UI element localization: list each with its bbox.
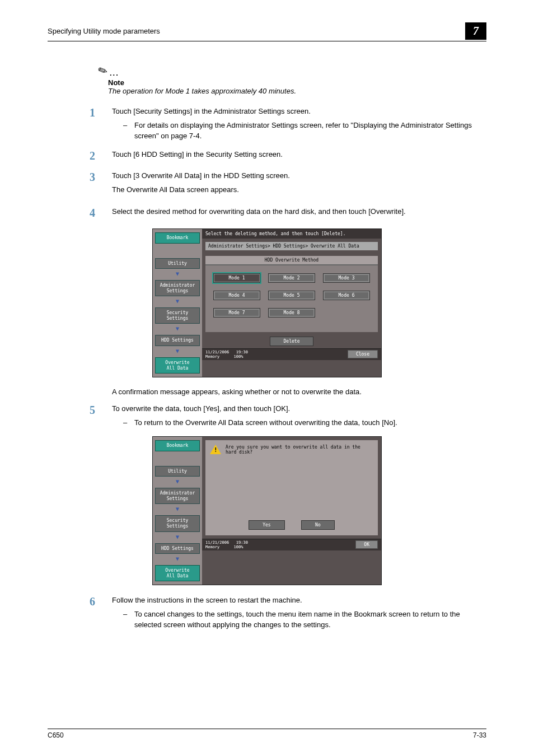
arrow-down-icon: ▼ (155, 479, 200, 484)
step-text: Touch [Security Settings] in the Adminis… (112, 106, 486, 117)
pencil-icon: ✎ (96, 63, 110, 79)
note-label: Note (108, 78, 486, 87)
screen-instruction: Select the deleting method, and then tou… (202, 229, 381, 239)
step-1: 1 Touch [Security Settings] in the Admin… (48, 106, 486, 142)
confirmation-text: A confirmation message appears, asking w… (112, 388, 486, 396)
step-text: Follow the instructions in the screen to… (112, 595, 486, 606)
step-text: Touch [6 HDD Setting] in the Security Se… (112, 150, 486, 160)
step-subtext: To cancel changes to the settings, touch… (134, 609, 486, 631)
arrow-down-icon: ▼ (155, 326, 200, 332)
screen-sidebar: Bookmark Utility ▼ Administrator Setting… (153, 229, 202, 377)
sidebar-utility-button[interactable]: Utility (155, 258, 200, 269)
step-number: 3 (90, 171, 112, 199)
page-footer: C650 7-33 (48, 729, 486, 739)
step-text: Select the desired method for overwritin… (112, 207, 486, 217)
step-2: 2 Touch [6 HDD Setting] in the Security … (48, 150, 486, 164)
step-6: 6 Follow the instructions in the screen … (48, 595, 486, 631)
mode-5-button[interactable]: Mode 5 (268, 291, 315, 300)
header-title: Specifying Utility mode parameters (48, 27, 160, 35)
step-number: 5 (90, 404, 112, 428)
screen-sidebar: Bookmark Utility ▼ Administrator Setting… (153, 437, 202, 585)
step-4: 4 Select the desired method for overwrit… (48, 207, 486, 221)
status-info: 11/21/2006 19:30 Memory 100% (205, 350, 248, 359)
panel-title: HDD Overwrite Method (205, 256, 378, 265)
sidebar-admin-button[interactable]: Administrator Settings (155, 488, 200, 504)
delete-button[interactable]: Delete (270, 337, 314, 346)
step-text: Touch [3 Overwrite All Data] in the HDD … (112, 171, 486, 181)
step-number: 4 (90, 207, 112, 221)
step-5: 5 To overwrite the data, touch [Yes], an… (48, 404, 486, 428)
breadcrumb: Administrator Settings> HDD Settings> Ov… (205, 242, 378, 250)
screenshot-confirm-overwrite: Bookmark Utility ▼ Administrator Setting… (152, 436, 382, 585)
chapter-badge: 7 (465, 22, 486, 40)
arrow-down-icon: ▼ (155, 348, 200, 354)
arrow-down-icon: ▼ (155, 556, 200, 562)
note-block: ✎... Note The operation for Mode 1 takes… (98, 64, 486, 95)
screenshot-overwrite-method: Bookmark Utility ▼ Administrator Setting… (152, 228, 382, 377)
arrow-down-icon: ▼ (155, 271, 200, 277)
ok-button[interactable]: OK (355, 540, 378, 549)
status-info: 11/21/2006 19:30 Memory 100% (205, 540, 248, 549)
dash-icon: – (123, 418, 134, 428)
note-text: The operation for Mode 1 takes approxima… (108, 87, 296, 95)
step-subtext: To return to the Overwrite All Data scre… (134, 418, 486, 428)
warning-icon (210, 445, 221, 454)
sidebar-utility-button[interactable]: Utility (155, 466, 200, 477)
sidebar-overwrite-button[interactable]: Overwrite All Data (155, 357, 200, 374)
sidebar-hdd-button[interactable]: HDD Settings (155, 543, 200, 554)
sidebar-bookmark-button[interactable]: Bookmark (155, 232, 200, 244)
mode-1-button[interactable]: Mode 1 (213, 273, 260, 283)
sidebar-overwrite-button[interactable]: Overwrite All Data (155, 565, 200, 581)
sidebar-security-button[interactable]: Security Settings (155, 515, 200, 531)
step-number: 6 (90, 595, 112, 631)
step-number: 2 (90, 150, 112, 164)
mode-7-button[interactable]: Mode 7 (213, 308, 260, 318)
footer-page: 7-33 (473, 731, 486, 739)
sidebar-bookmark-button[interactable]: Bookmark (155, 440, 200, 451)
mode-3-button[interactable]: Mode 3 (323, 273, 370, 283)
sidebar-security-button[interactable]: Security Settings (155, 307, 200, 324)
yes-button[interactable]: Yes (249, 520, 284, 530)
sidebar-hdd-button[interactable]: HDD Settings (155, 335, 200, 346)
ellipsis-icon: ... (110, 69, 119, 77)
mode-4-button[interactable]: Mode 4 (213, 291, 260, 300)
dash-icon: – (123, 120, 134, 142)
arrow-down-icon: ▼ (155, 506, 200, 512)
mode-8-button[interactable]: Mode 8 (268, 308, 315, 318)
step-subtext: For details on displaying the Administra… (134, 120, 486, 142)
step-3: 3 Touch [3 Overwrite All Data] in the HD… (48, 171, 486, 199)
confirm-question: Are you sure you want to overwrite all d… (226, 445, 373, 455)
step-after-text: The Overwrite All Data screen appears. (112, 185, 486, 195)
footer-model: C650 (48, 731, 64, 739)
no-button[interactable]: No (301, 520, 335, 530)
close-button[interactable]: Close (348, 350, 378, 358)
arrow-down-icon: ▼ (155, 298, 200, 304)
arrow-down-icon: ▼ (155, 534, 200, 540)
mode-2-button[interactable]: Mode 2 (268, 273, 315, 283)
sidebar-admin-button[interactable]: Administrator Settings (155, 280, 200, 296)
step-text: To overwrite the data, touch [Yes], and … (112, 404, 486, 414)
page-header: Specifying Utility mode parameters 7 (48, 22, 486, 41)
dash-icon: – (123, 609, 134, 631)
step-number: 1 (90, 106, 112, 142)
mode-6-button[interactable]: Mode 6 (323, 291, 370, 300)
